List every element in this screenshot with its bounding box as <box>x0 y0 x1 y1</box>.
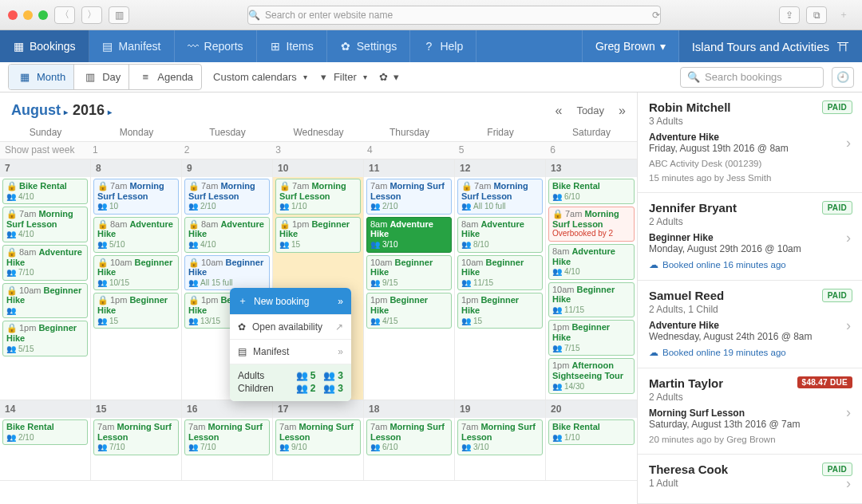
new-tab-button[interactable]: ＋ <box>833 6 854 24</box>
address-bar[interactable]: 🔍 Search or enter website name ⟳ <box>247 6 661 25</box>
calendar-event[interactable]: 8amAdventure Hike👥8/10 <box>457 217 543 253</box>
calendar-event[interactable]: 🔒10amBeginner Hike👥All 15 full <box>184 255 270 291</box>
calendar-day[interactable]: 13Bike Rental👥6/10🔒7amMorning Surf Lesso… <box>546 159 637 400</box>
nav-bookings[interactable]: ▦Bookings <box>0 30 89 62</box>
settings-gear-menu[interactable]: ✿▾ <box>378 71 399 83</box>
calendar-event[interactable]: 7amMorning Surf Lesson👥2/10 <box>366 179 452 215</box>
people-icon: 👥 <box>370 317 380 326</box>
prev-period-button[interactable]: « <box>555 104 562 118</box>
month-picker[interactable]: August <box>11 102 68 119</box>
sidebar-toggle-button[interactable]: ▥ <box>109 6 129 24</box>
next-period-button[interactable]: » <box>619 104 626 118</box>
calendar-day[interactable]: 157amMorning Surf Lesson👥7/10 <box>91 400 182 480</box>
calendar-event[interactable]: 7amMorning Surf Lesson👥3/10 <box>457 419 543 455</box>
calendar-event[interactable]: 1pmAfternoon Sightseeing Tour👥14/30 <box>548 358 635 394</box>
calendar-event[interactable]: 🔒Bike Rental👥4/10 <box>2 179 88 204</box>
status-badge: PAID <box>822 100 852 114</box>
calendar-event[interactable]: 7amMorning Surf Lesson👥7/10 <box>184 419 270 455</box>
calendar-event[interactable]: 🔒10amBeginner Hike👥 <box>2 283 88 319</box>
view-agenda[interactable]: ≡Agenda <box>129 65 201 89</box>
calendar-event[interactable]: 10amBeginner Hike👥11/15 <box>548 282 635 318</box>
booked-online-link[interactable]: ☁Booked online 19 minutes ago <box>649 347 851 358</box>
status-badge: PAID <box>822 201 852 215</box>
calendar-event[interactable]: 🔒7amMorning Surf Lesson👥4/10 <box>2 207 88 242</box>
today-button[interactable]: Today <box>576 104 604 116</box>
history-button[interactable]: 🕘 <box>832 67 854 88</box>
calendar-event[interactable]: 7amMorning Surf Lesson👥7/10 <box>93 419 179 455</box>
forward-button[interactable]: 〉 <box>81 6 102 24</box>
calendar-event[interactable]: Bike Rental👥2/10 <box>2 419 88 445</box>
booking-card[interactable]: PAIDSamuel Reed2 Adults, 1 ChildAdventur… <box>638 281 862 368</box>
booking-card[interactable]: PAIDJennifer Bryant2 AdultsBeginner Hike… <box>638 193 862 281</box>
popup-count-row: Adults👥5👥3 <box>238 369 343 382</box>
view-month[interactable]: ▦Month <box>9 65 74 89</box>
calendar-day[interactable]: 7🔒Bike Rental👥4/10🔒7amMorning Surf Lesso… <box>0 159 91 400</box>
calendar-event[interactable]: 🔒7amMorning Surf Lesson👥1/10 <box>275 179 361 215</box>
calendar-event[interactable]: 🔒8amAdventure Hike👥5/10 <box>93 217 179 253</box>
new-booking-button[interactable]: ＋New booking » <box>230 288 351 315</box>
past-week-row[interactable]: Show past week123456 <box>0 142 637 159</box>
nav-reports[interactable]: 〰Reports <box>175 30 257 62</box>
calendar-event[interactable]: 🔒7amMorning Surf Lesson👥2/10 <box>184 179 270 215</box>
filter-menu[interactable]: ▾Filter <box>318 71 367 83</box>
calendar-event[interactable]: Bike Rental👥6/10 <box>548 179 635 204</box>
year-picker[interactable]: 2016 <box>73 102 112 119</box>
calendar-day[interactable]: 187amMorning Surf Lesson👥6/10 <box>364 400 455 480</box>
calendar-event[interactable]: 1pmBeginner Hike👥4/15 <box>366 293 452 329</box>
calendar-event[interactable]: 7amMorning Surf Lesson👥6/10 <box>366 419 452 455</box>
open-availability-button[interactable]: ✿Open availability ↗ <box>230 315 351 340</box>
lock-icon: 🔒 <box>97 181 109 191</box>
nav-items[interactable]: ⊞Items <box>257 30 327 62</box>
calendar-day[interactable]: 177amMorning Surf Lesson👥9/10 <box>273 400 364 480</box>
calendar-event[interactable]: 1pmBeginner Hike👥7/15 <box>548 320 635 356</box>
calendar-event[interactable]: 1pmBeginner Hike👥15 <box>457 293 543 329</box>
lock-icon: 🔒 <box>279 219 291 229</box>
calendar-day[interactable]: 8🔒7amMorning Surf Lesson👥10🔒8amAdventure… <box>91 159 182 400</box>
calendar-event[interactable]: 🔒8amAdventure Hike👥7/10 <box>2 245 88 281</box>
calendar-event[interactable]: 🔒7amMorning Surf Lesson👥All 10 full <box>457 179 543 215</box>
past-day: 4 <box>362 142 454 159</box>
status-badge: $48.47 DUE <box>797 376 852 388</box>
calendar-event[interactable]: 10amBeginner Hike👥9/15 <box>366 255 452 291</box>
calendar-event[interactable]: Bike Rental👥1/10 <box>548 419 635 445</box>
booking-card[interactable]: $48.47 DUEMartin Taylor2 AdultsMorning S… <box>638 368 862 455</box>
minimize-window-icon[interactable] <box>23 10 33 20</box>
month-header: August 2016 « Today » <box>0 93 637 124</box>
booked-online-link[interactable]: ☁Booked online 16 minutes ago <box>649 259 851 270</box>
calendar-event[interactable]: 🔒1pmBeginner Hike👥15 <box>93 293 179 329</box>
calendar-event[interactable]: 🔒8amAdventure Hike👥4/10 <box>184 217 270 253</box>
calendar-day[interactable]: 12🔒7amMorning Surf Lesson👥All 10 full8am… <box>455 159 546 400</box>
maximize-window-icon[interactable] <box>38 10 48 20</box>
manifest-button[interactable]: ▤Manifest » <box>230 340 351 364</box>
custom-calendars-menu[interactable]: Custom calendars <box>213 71 307 83</box>
nav-help[interactable]: ?Help <box>410 30 476 62</box>
tabs-button[interactable]: ⧉ <box>806 6 827 24</box>
calendar-event[interactable]: 8amAdventure Hike👥3/10 <box>366 217 452 253</box>
calendar-event[interactable]: 🔒10amBeginner Hike👥10/15 <box>93 255 179 291</box>
share-button[interactable]: ⇪ <box>779 6 800 24</box>
user-menu[interactable]: Greg Brown ▾ <box>582 30 679 62</box>
back-button[interactable]: 〈 <box>54 6 75 24</box>
manifest-icon: ▤ <box>238 346 247 357</box>
calendar-day[interactable]: 117amMorning Surf Lesson👥2/108amAdventur… <box>364 159 455 400</box>
calendar-day[interactable]: 167amMorning Surf Lesson👥7/10 <box>182 400 273 480</box>
calendar-day[interactable]: 20Bike Rental👥1/10 <box>546 400 637 480</box>
view-day[interactable]: ▥Day <box>74 65 129 89</box>
calendar-event[interactable]: 🔒1pmBeginner Hike👥5/15 <box>2 321 88 356</box>
close-window-icon[interactable] <box>8 10 18 20</box>
calendar-day[interactable]: 197amMorning Surf Lesson👥3/10 <box>455 400 546 480</box>
nav-manifest[interactable]: ▤Manifest <box>89 30 175 62</box>
calendar-event[interactable]: 10amBeginner Hike👥11/15 <box>457 255 543 291</box>
reload-icon[interactable]: ⟳ <box>652 10 660 21</box>
calendar-event[interactable]: 🔒7amMorning Surf LessonOverbooked by 2 <box>548 207 635 242</box>
booking-card[interactable]: PAIDRobin Mitchell3 AdultsAdventure Hike… <box>638 93 862 193</box>
calendar-event[interactable]: 8amAdventure Hike👥4/10 <box>548 244 635 280</box>
calendar-day[interactable]: 14Bike Rental👥2/10 <box>0 400 91 480</box>
calendar-event[interactable]: 7amMorning Surf Lesson👥9/10 <box>275 419 361 455</box>
people-icon: 👥 <box>6 268 16 278</box>
nav-settings[interactable]: ✿Settings <box>327 30 411 62</box>
calendar-event[interactable]: 🔒1pmBeginner Hike👥15 <box>275 217 361 253</box>
booking-card[interactable]: PAIDTheresa Cook1 Adult› <box>638 455 862 504</box>
search-bookings-input[interactable]: 🔍 Search bookings <box>680 67 824 88</box>
calendar-event[interactable]: 🔒7amMorning Surf Lesson👥10 <box>93 179 179 215</box>
